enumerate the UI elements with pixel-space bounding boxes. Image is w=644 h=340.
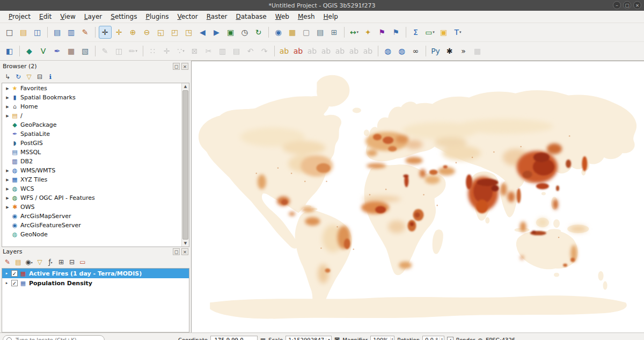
measure-line-icon[interactable]: ↔ ▾ <box>348 26 361 39</box>
layer-expand-icon[interactable]: ▸ <box>4 281 10 285</box>
new-bookmark-icon[interactable]: ⚑ <box>376 26 389 39</box>
new-temporary-scratch-layer-icon[interactable]: ▦ <box>65 45 78 57</box>
scale-combo[interactable]: 1:152992847 ▾ <box>286 336 332 340</box>
move-label-icon[interactable]: ab <box>334 45 347 57</box>
close-panel-icon[interactable]: × <box>181 63 188 70</box>
extents-icon[interactable]: ▦ <box>260 337 266 340</box>
data-source-manager-icon[interactable]: ◧ <box>3 45 16 57</box>
float-panel-icon[interactable]: ◻ <box>173 63 180 70</box>
hidden-tool-icon[interactable]: ▦ <box>471 45 484 57</box>
open-attribute-table-icon[interactable]: ▤ <box>314 26 327 39</box>
menu-raster[interactable]: Raster <box>202 11 232 22</box>
chevron-down-icon[interactable]: ▾ <box>326 338 330 340</box>
zoom-in-icon[interactable]: ⊕ <box>127 26 140 39</box>
menu-project[interactable]: Project <box>4 11 35 22</box>
refresh-browser-icon[interactable]: ↻ <box>13 72 23 82</box>
scroll-down-icon[interactable] <box>182 240 189 247</box>
toolbar-overflow-icon[interactable]: » <box>457 45 470 57</box>
magnifier-spinner[interactable]: 100% <box>370 336 394 340</box>
spinner-arrows-icon[interactable] <box>390 337 393 340</box>
filter-by-expression-icon[interactable]: ƒ ▾ <box>46 257 55 267</box>
browser-item-ows[interactable]: ▶ ✱ OWS <box>2 202 181 212</box>
move-feature-icon[interactable]: ✛ <box>160 45 173 57</box>
layer-expand-icon[interactable]: ▸ <box>4 271 10 276</box>
float-panel-icon[interactable]: ◻ <box>173 248 180 255</box>
map-canvas[interactable] <box>191 61 644 332</box>
open-project-icon[interactable]: ▤ <box>17 26 30 39</box>
style-manager-icon[interactable]: ✎ <box>79 26 92 39</box>
crs-value[interactable]: EPSG:4326 <box>486 337 515 340</box>
browser-item-wfs[interactable]: ▶ ◍ WFS / OGC API - Features <box>2 193 181 202</box>
zoom-out-icon[interactable]: ⊖ <box>141 26 153 39</box>
map-tips-icon[interactable]: ✦ <box>362 26 375 39</box>
tree-expand-icon[interactable]: ▶ <box>4 178 11 182</box>
menu-mesh[interactable]: Mesh <box>294 11 319 22</box>
browser-item-spatial-bookmarks[interactable]: ▶ ▮ Spatial Bookmarks <box>2 93 181 102</box>
browser-item-home[interactable]: ▶ ⌂ Home <box>2 102 181 111</box>
paste-features-icon[interactable]: ▤ <box>230 45 243 57</box>
save-project-icon[interactable]: ◫ <box>31 26 44 39</box>
menu-vector[interactable]: Vector <box>173 11 202 22</box>
pin-labels-icon[interactable]: ab <box>306 45 319 57</box>
pan-map-icon[interactable]: ✛ <box>99 26 112 39</box>
browser-item-root-folder[interactable]: ▶ ▤ / <box>2 111 181 120</box>
new-print-layout-icon[interactable]: ▤ <box>51 26 64 39</box>
annotation-icon[interactable]: ▣ <box>437 26 450 39</box>
temporal-controller-icon[interactable]: ◷ <box>238 26 251 39</box>
zoom-full-icon[interactable]: ◱ <box>155 26 167 39</box>
locator-box[interactable] <box>3 335 105 340</box>
field-calculator-icon[interactable]: ⊞ <box>328 26 341 39</box>
tree-expand-icon[interactable]: ▶ <box>4 205 11 209</box>
layer-labeling-icon[interactable]: ab <box>278 45 291 57</box>
menu-database[interactable]: Database <box>231 11 270 22</box>
current-edits-icon[interactable]: ✏ ▾ <box>127 45 140 57</box>
close-panel-icon[interactable]: × <box>181 248 188 255</box>
browser-item-xyz-tiles[interactable]: ▶ ▦ XYZ Tiles <box>2 175 181 184</box>
manage-map-themes-icon[interactable]: ◉ ▾ <box>24 257 34 267</box>
browser-item-geonode[interactable]: ◍ GeoNode <box>2 230 181 239</box>
new-map-view-icon[interactable]: ▣ <box>224 26 237 39</box>
lock-icon[interactable]: ◙ <box>334 337 340 340</box>
collapse-all-layers-icon[interactable]: ⊟ <box>67 257 77 267</box>
zoom-last-icon[interactable]: ◀ <box>196 26 209 39</box>
browser-scrollbar[interactable] <box>181 83 189 247</box>
measure-tool-icon[interactable]: ▭ ▾ <box>423 26 436 39</box>
pan-to-selection-icon[interactable]: ✛ <box>113 26 126 39</box>
menu-help[interactable]: Help <box>319 11 342 22</box>
tree-expand-icon[interactable]: ▶ <box>4 96 11 100</box>
filter-legend-icon[interactable]: ▽ <box>35 257 45 267</box>
tree-expand-icon[interactable]: ▶ <box>4 187 11 191</box>
layer-checkbox[interactable]: ✓ <box>11 280 18 286</box>
minimize-button[interactable]: – <box>613 1 621 9</box>
render-checkbox[interactable]: ✓ <box>447 337 453 340</box>
coordinate-input[interactable] <box>210 336 258 340</box>
menu-view[interactable]: View <box>56 11 79 22</box>
menu-plugins[interactable]: Plugins <box>142 11 173 22</box>
new-project-icon[interactable]: □ <box>3 26 16 39</box>
add-feature-icon[interactable]: ∷ <box>147 45 159 57</box>
add-group-icon[interactable]: ▤ <box>13 257 23 267</box>
rotate-label-icon[interactable]: ab <box>348 45 361 57</box>
new-shapefile-layer-icon[interactable]: V <box>37 45 50 57</box>
select-features-icon[interactable]: ▦ <box>286 26 299 39</box>
close-button[interactable]: × <box>633 1 641 9</box>
geonode-browser-icon[interactable]: ◍ <box>396 45 408 57</box>
menu-edit[interactable]: Edit <box>35 11 56 22</box>
menu-settings[interactable]: Settings <box>106 11 141 22</box>
undo-icon[interactable]: ↶ <box>244 45 257 57</box>
tree-expand-icon[interactable]: ▶ <box>4 114 11 118</box>
tree-expand-icon[interactable]: ▶ <box>4 105 11 109</box>
browser-item-wcs[interactable]: ▶ ◍ WCS <box>2 184 181 193</box>
statistics-icon[interactable]: Σ <box>409 26 422 39</box>
delete-selected-icon[interactable]: ⊠ <box>188 45 201 57</box>
properties-widget-icon[interactable]: ℹ <box>46 72 55 82</box>
zoom-to-selection-icon[interactable]: ◰ <box>169 26 181 39</box>
browser-item-spatialite[interactable]: ✒ SpatiaLite <box>2 129 181 139</box>
scroll-track[interactable] <box>182 90 189 240</box>
redo-icon[interactable]: ↷ <box>258 45 271 57</box>
zoom-next-icon[interactable]: ▶ <box>210 26 223 39</box>
cut-features-icon[interactable]: ✂ <box>202 45 215 57</box>
layer-active-fires[interactable]: ▸ ✓ ▦ Active Fires (1 day - Terra/MODIS) <box>2 269 189 278</box>
metasearch-icon[interactable]: ◍ <box>382 45 394 57</box>
browser-item-wms-wmts[interactable]: ▶ ◍ WMS/WMTS <box>2 166 181 175</box>
